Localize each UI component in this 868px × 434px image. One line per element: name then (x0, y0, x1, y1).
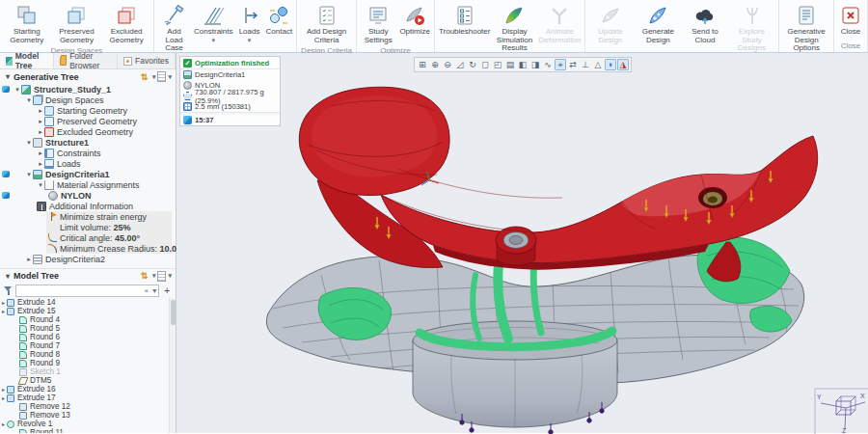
tab-model-tree[interactable]: Model Tree (0, 53, 54, 68)
zoom-in-icon[interactable]: ⊕ (429, 59, 441, 70)
expand-caret-icon[interactable] (25, 171, 33, 178)
dropdown-caret-icon[interactable]: ▾ (168, 73, 172, 81)
capture-icon[interactable]: ▤ (504, 59, 516, 70)
generative-tree-header[interactable]: Generative Tree ⇅▾ ▾ (0, 69, 176, 84)
probe-icon[interactable]: △ (592, 59, 604, 70)
orient-mode-icon[interactable]: ⇄ (567, 59, 579, 70)
tree-row[interactable]: Design Spaces (0, 95, 176, 105)
sim-display-icon[interactable]: ◗ (605, 59, 616, 70)
tree-filters-icon[interactable]: ⇅ (138, 270, 150, 282)
refit-icon[interactable]: ◿ (454, 59, 466, 70)
feature-row[interactable]: Round 6 (0, 333, 176, 341)
feature-row[interactable]: Round 11 (0, 428, 176, 433)
filter-clear-button[interactable]: × (142, 286, 150, 295)
expand-caret-icon[interactable] (25, 96, 33, 104)
tree-columns-icon[interactable] (157, 271, 166, 282)
expand-caret-icon[interactable] (25, 256, 33, 263)
tree-row[interactable]: Excluded Geometry (0, 126, 176, 137)
study-settings-button[interactable]: Study Settings (359, 2, 397, 45)
expand-caret-icon[interactable] (0, 308, 7, 314)
named-views-icon[interactable]: ◻ (479, 59, 491, 70)
expand-caret-icon[interactable] (0, 420, 7, 427)
add-design-criteria-button[interactable]: Add Design Criteria (299, 2, 354, 45)
tree-row[interactable]: Structure1 (0, 137, 176, 148)
expand-caret-icon[interactable] (37, 149, 44, 157)
tree-columns-icon[interactable] (157, 71, 166, 82)
loads-button[interactable]: Loads (235, 2, 264, 45)
add-load-case-button[interactable]: Add Load Case (156, 2, 192, 54)
dropdown-caret-icon[interactable]: ▾ (168, 272, 172, 280)
expand-caret-icon[interactable] (37, 181, 44, 189)
feature-row[interactable]: Remove 12 (0, 402, 176, 411)
expand-caret-icon[interactable] (37, 107, 44, 115)
zoom-box-icon[interactable]: ⊞ (417, 59, 428, 70)
feature-row[interactable]: Round 9 (0, 359, 176, 367)
feature-row[interactable]: Round 4 (0, 315, 176, 324)
scrollbar-thumb[interactable] (171, 300, 176, 325)
expand-caret-icon[interactable] (37, 118, 44, 125)
tree-row[interactable]: DesignCriteria2 (0, 254, 176, 264)
expand-caret-icon[interactable] (37, 160, 44, 168)
tree-row[interactable]: Loads (0, 158, 176, 169)
model-tree-header[interactable]: Model Tree ⇅▾ ▾ (0, 268, 176, 283)
send-to-cloud-button[interactable]: Send to Cloud (683, 2, 727, 45)
contact-button[interactable]: Contact (264, 2, 295, 38)
starting-geometry-button[interactable]: Starting Geometry (2, 2, 52, 45)
feature-row[interactable]: Round 8 (0, 350, 176, 359)
dropdown-caret-icon[interactable]: ▾ (152, 272, 156, 280)
feature-row[interactable]: Extrude 16 (0, 385, 176, 393)
display-toggle-icon[interactable] (2, 86, 10, 93)
tree-row[interactable]: Structure_Study_1 (0, 84, 176, 95)
preserved-geometry-button[interactable]: Preserved Geometry (52, 2, 102, 45)
excluded-geometry-button[interactable]: Excluded Geometry (101, 2, 151, 45)
tree-row[interactable]: DesignCriteria1 (0, 169, 176, 179)
tree-row[interactable]: Additional Information (0, 201, 176, 211)
expand-caret-icon[interactable] (0, 394, 7, 401)
feature-row[interactable]: Revolve 1 (0, 420, 176, 428)
expand-caret-icon[interactable] (25, 139, 33, 147)
view-normal-icon[interactable]: ⊥ (580, 59, 591, 70)
expand-caret-icon[interactable] (14, 86, 21, 94)
close-button[interactable]: Close (836, 2, 865, 38)
feature-row[interactable]: Extrude 14 (0, 298, 176, 307)
optimize-button[interactable]: Optimize (397, 2, 432, 38)
display-toggle-icon[interactable] (2, 192, 10, 199)
model-tree-scrollbar[interactable] (169, 298, 176, 433)
tree-row[interactable]: Constraints (0, 148, 176, 158)
annotation-icon[interactable]: ∿ (542, 59, 554, 70)
tree-row[interactable]: Material Assignments (0, 179, 176, 190)
feature-row[interactable]: Remove 13 (0, 411, 176, 420)
feature-row[interactable]: Extrude 17 (0, 393, 176, 402)
generate-design-button[interactable]: Generate Design (634, 2, 684, 45)
constraints-button[interactable]: Constraints (192, 2, 234, 45)
display-simulation-results-button[interactable]: Display Simulation Results (492, 2, 536, 54)
zoom-out-icon[interactable]: ⊖ (442, 59, 453, 70)
tree-row[interactable]: Starting Geometry (0, 105, 176, 116)
tab-favorites[interactable]: Favorites (118, 53, 176, 68)
feature-row[interactable]: Extrude 15 (0, 307, 176, 315)
feature-row[interactable]: Round 7 (0, 341, 176, 350)
dropdown-caret-icon[interactable]: ▾ (152, 73, 156, 81)
saved-orientations-icon[interactable]: ◰ (492, 59, 503, 70)
tree-row[interactable]: Preserved Geometry (0, 116, 176, 126)
filter-add-button[interactable]: + (162, 285, 172, 296)
repaint-icon[interactable]: ↻ (467, 59, 478, 70)
troubleshooter-button[interactable]: Troubleshooter (437, 2, 493, 38)
display-style-icon[interactable]: ◧ (517, 59, 529, 70)
filter-funnel-icon[interactable] (4, 286, 13, 295)
expand-caret-icon[interactable] (37, 128, 44, 136)
generative-design-options-button[interactable]: Generative Design Options (781, 2, 831, 54)
feature-row[interactable]: Sketch 1 (0, 367, 176, 376)
feature-row[interactable]: DTM5 (0, 376, 176, 385)
section-icon[interactable]: ◨ (529, 59, 541, 70)
display-toggle-icon[interactable] (2, 171, 10, 177)
expand-caret-icon[interactable] (0, 299, 7, 306)
datum-display-icon[interactable]: ◮ (617, 59, 629, 70)
filter-dropdown-button[interactable]: ▾ (150, 286, 158, 295)
tree-row[interactable]: NYLON (0, 190, 176, 201)
tree-filters-icon[interactable]: ⇅ (138, 71, 150, 83)
model-tree-filter-input[interactable] (16, 285, 142, 296)
spin-center-icon[interactable]: ⌖ (555, 59, 566, 70)
expand-caret-icon[interactable] (0, 386, 7, 393)
tab-folder-browser[interactable]: Folder Browser (54, 53, 118, 68)
